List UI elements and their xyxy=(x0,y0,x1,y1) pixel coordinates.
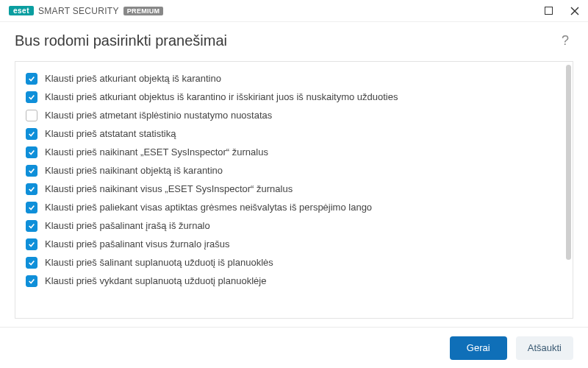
list-item-label: Klausti prieš pašalinant visus žurnalo į… xyxy=(45,238,229,250)
list-item: Klausti prieš atmetant išplėstinio nusta… xyxy=(26,106,562,124)
checkbox[interactable] xyxy=(26,183,37,195)
list-item: Klausti prieš naikinant objektą iš karan… xyxy=(26,161,562,180)
scrollbar-thumb[interactable] xyxy=(566,65,571,260)
checkbox[interactable] xyxy=(26,238,37,250)
list-item-label: Klausti prieš atkuriant objektą iš karan… xyxy=(45,73,221,84)
list-item-label: Klausti prieš naikinant visus „ESET SysI… xyxy=(45,183,293,194)
brand-badge: PREMIUM xyxy=(123,7,164,15)
checkbox[interactable] xyxy=(26,257,37,269)
list-item: Klausti prieš paliekant visas aptiktas g… xyxy=(26,198,562,216)
list-item: Klausti prieš atstatant statistiką xyxy=(26,124,562,143)
checkbox[interactable] xyxy=(26,128,37,140)
checkbox[interactable] xyxy=(26,275,37,287)
scrollbar[interactable] xyxy=(566,65,571,315)
brand-main: SMART SECURITY xyxy=(38,6,119,16)
titlebar: eset SMART SECURITY PREMIUM xyxy=(0,0,588,22)
list-item-label: Klausti prieš atmetant išplėstinio nusta… xyxy=(45,110,272,121)
ok-button[interactable]: Gerai xyxy=(450,336,507,360)
brand-block: eset SMART SECURITY PREMIUM xyxy=(9,6,163,16)
checkbox[interactable] xyxy=(26,73,37,85)
list: Klausti prieš atkuriant objektą iš karan… xyxy=(15,62,573,318)
list-item: Klausti prieš šalinant suplanuotą užduot… xyxy=(26,253,562,272)
checkbox[interactable] xyxy=(26,220,37,232)
checkbox[interactable] xyxy=(26,202,37,213)
list-item: Klausti prieš pašalinant visus žurnalo į… xyxy=(26,235,562,253)
help-icon[interactable]: ? xyxy=(557,33,573,49)
checkbox[interactable] xyxy=(26,91,37,103)
checkbox[interactable] xyxy=(26,165,37,177)
list-item-label: Klausti prieš atkuriant objektus iš kara… xyxy=(45,91,398,102)
brand-eset: eset xyxy=(9,6,34,15)
window-controls xyxy=(541,4,582,18)
svg-rect-0 xyxy=(545,7,552,15)
list-item: Klausti prieš naikinant visus „ESET SysI… xyxy=(26,180,562,198)
list-item-label: Klausti prieš pašalinant įrašą iš žurnal… xyxy=(45,220,210,231)
list-item-label: Klausti prieš naikinant objektą iš karan… xyxy=(45,165,223,176)
list-item: Klausti prieš pašalinant įrašą iš žurnal… xyxy=(26,216,562,235)
close-button[interactable] xyxy=(567,4,582,18)
page-title: Bus rodomi pasirinkti pranešimai xyxy=(15,32,227,49)
list-item-label: Klausti prieš vykdant suplanuotą užduotį… xyxy=(45,275,266,286)
list-item: Klausti prieš atkuriant objektą iš karan… xyxy=(26,69,562,88)
list-item: Klausti prieš vykdant suplanuotą užduotį… xyxy=(26,272,562,290)
header: Bus rodomi pasirinkti pranešimai ? xyxy=(0,22,588,57)
list-container: Klausti prieš atkuriant objektą iš karan… xyxy=(15,61,573,319)
checkbox[interactable] xyxy=(26,110,37,121)
list-item-label: Klausti prieš naikinant „ESET SysInspect… xyxy=(45,146,268,158)
footer: Gerai Atšaukti xyxy=(0,327,588,368)
checkbox[interactable] xyxy=(26,146,37,158)
list-item-label: Klausti prieš atstatant statistiką xyxy=(45,128,176,139)
list-item: Klausti prieš atkuriant objektus iš kara… xyxy=(26,88,562,106)
maximize-button[interactable] xyxy=(541,4,556,18)
list-item-label: Klausti prieš paliekant visas aptiktas g… xyxy=(45,202,372,213)
list-item-label: Klausti prieš šalinant suplanuotą užduot… xyxy=(45,257,273,268)
list-item: Klausti prieš naikinant „ESET SysInspect… xyxy=(26,143,562,161)
cancel-button[interactable]: Atšaukti xyxy=(516,336,573,360)
